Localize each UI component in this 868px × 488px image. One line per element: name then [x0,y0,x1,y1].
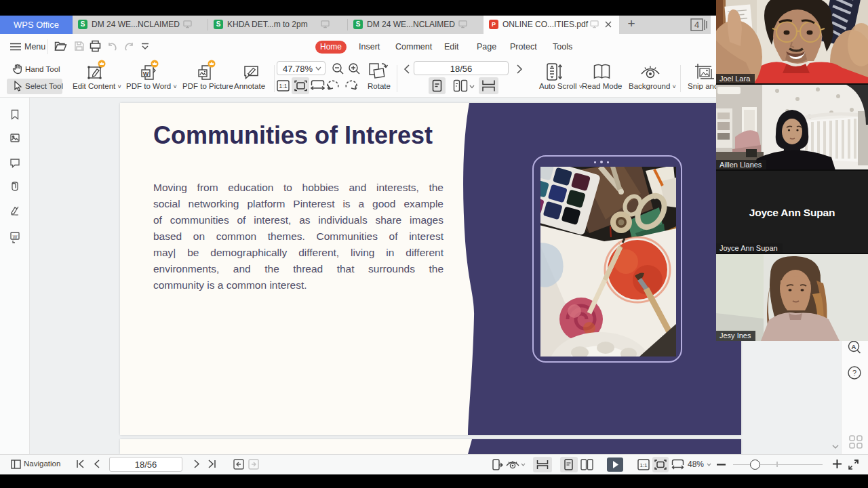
svg-text:4: 4 [694,20,699,30]
svg-text:W: W [143,70,149,77]
svg-text:1:1: 1:1 [639,462,648,468]
svg-text:A: A [852,343,856,350]
svg-text:1:1: 1:1 [279,83,288,89]
svg-text:?: ? [852,369,856,377]
svg-text:W: W [13,235,18,239]
